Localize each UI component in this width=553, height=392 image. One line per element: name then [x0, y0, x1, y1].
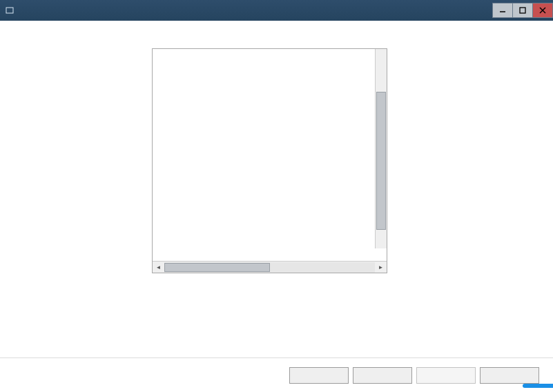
hscroll-right-icon[interactable]: ►: [375, 262, 387, 273]
wizard-footer: [0, 357, 553, 392]
roles-hscrollbar[interactable]: ◄ ►: [153, 261, 387, 273]
wizard-sidebar: [0, 41, 138, 355]
next-button[interactable]: [353, 367, 412, 384]
roles-listbox: ◄ ►: [152, 48, 387, 273]
watermark: [523, 384, 553, 388]
install-button: [416, 367, 476, 384]
roles-vscrollbar[interactable]: [375, 49, 387, 248]
maximize-button[interactable]: [512, 3, 533, 18]
svg-rect-0: [6, 8, 13, 13]
cancel-button[interactable]: [480, 367, 539, 384]
hscroll-left-icon[interactable]: ◄: [153, 262, 164, 273]
app-icon: [4, 5, 15, 16]
previous-button[interactable]: [289, 367, 349, 384]
vscroll-thumb[interactable]: [376, 92, 386, 230]
minimize-button[interactable]: [492, 3, 513, 18]
close-button[interactable]: [532, 3, 553, 18]
titlebar: [0, 0, 553, 21]
hscroll-thumb[interactable]: [164, 263, 270, 272]
svg-rect-2: [520, 8, 525, 13]
